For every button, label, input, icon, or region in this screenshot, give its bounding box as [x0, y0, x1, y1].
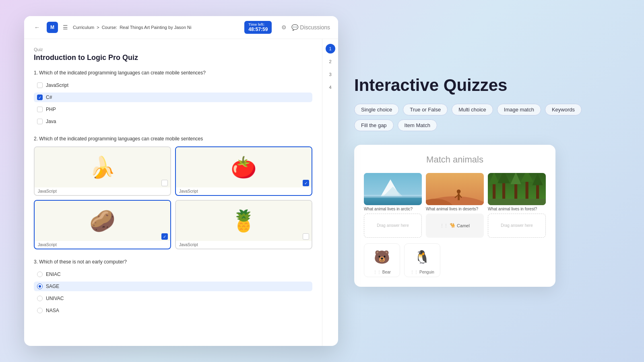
checkbox-php[interactable] — [37, 107, 43, 112]
quiz-panel: ← M ☰ Curriculum > Course: Real Things A… — [24, 16, 338, 346]
animal-col-forest: What animal lives in forest? Drag answer… — [488, 173, 546, 238]
penguin-emoji: 🐧 — [414, 249, 430, 265]
header-icons: ⚙ 💬 Discussions — [281, 24, 330, 31]
option-javascript[interactable]: JavaScript — [34, 80, 312, 90]
banana-icon: 🍌 — [89, 155, 116, 180]
tags-section: Single choice True or False Multi choice… — [354, 104, 620, 131]
check-banana[interactable] — [161, 180, 168, 186]
breadcrumb-curriculum[interactable]: Curriculum — [73, 25, 94, 30]
potato-label: JavaScript — [35, 241, 170, 249]
radio-eniac[interactable]: ENIAC — [34, 269, 312, 279]
quiz-content: Quiz Introduction to Logic Pro Quiz 1. W… — [24, 39, 338, 346]
quiz-sidebar: 1 2 3 4 — [322, 39, 338, 346]
tag-fill-gap[interactable]: Fill the gap — [354, 119, 394, 131]
drag-handle: ⋮⋮ — [440, 223, 448, 228]
camel-answer[interactable]: ⋮⋮ 🐪 Camel — [437, 221, 473, 230]
svg-rect-4 — [364, 195, 422, 197]
sidebar-q2[interactable]: 2 — [326, 57, 335, 66]
check-potato[interactable]: ✓ — [161, 233, 168, 240]
checkbox-javascript[interactable] — [37, 82, 43, 88]
penguin-card[interactable]: 🐧 ⋮⋮ Penguin — [404, 243, 440, 277]
match-panel: Match animals — [354, 145, 555, 287]
radio-sage-input[interactable] — [37, 284, 43, 289]
svg-point-8 — [457, 189, 461, 193]
question-3-text: 3. Which of these is not an early comput… — [34, 259, 312, 265]
radio-univac[interactable]: UNIVAC — [34, 294, 312, 303]
question-2-text: 2. Which of the indicated programming la… — [34, 136, 312, 142]
svg-rect-23 — [488, 199, 546, 205]
quiz-header: ← M ☰ Curriculum > Course: Real Things A… — [24, 16, 338, 39]
sidebar-q4[interactable]: 4 — [326, 82, 335, 92]
check-pineapple[interactable] — [303, 233, 309, 240]
question-3: 3. Which of these is not an early comput… — [34, 259, 312, 315]
radio-univac-input[interactable] — [37, 296, 43, 301]
question-1: 1. Which of the indicated programming la… — [34, 70, 312, 126]
option-csharp[interactable]: ✓ C# — [34, 93, 312, 102]
image-option-banana[interactable]: 🍌 JavaScript — [34, 146, 171, 196]
checkbox-csharp[interactable]: ✓ — [37, 95, 43, 100]
sidebar-q1[interactable]: 1 — [326, 44, 335, 53]
logo-icon: M — [47, 22, 58, 33]
pineapple-icon: 🍍 — [231, 209, 257, 233]
checkbox-java[interactable] — [37, 119, 43, 124]
timer-badge: Time left: 48:57:59 — [244, 21, 272, 34]
animal-col-arctic: What animal lives in arctic? Drag answer… — [364, 173, 422, 238]
discussions-link[interactable]: 💬 Discussions — [291, 24, 330, 31]
option-php[interactable]: PHP — [34, 105, 312, 114]
bear-drag-icon: ⋮⋮ — [373, 270, 381, 274]
radio-nasa[interactable]: NASA — [34, 306, 312, 315]
tag-image-match[interactable]: Image match — [497, 104, 541, 115]
radio-sage[interactable]: SAGE — [34, 282, 312, 291]
camel-emoji: 🐪 — [450, 223, 455, 228]
tomato-label: JavaScript — [176, 187, 312, 195]
radio-nasa-input[interactable] — [37, 308, 43, 313]
arctic-drop-zone[interactable]: Drag answer here — [364, 214, 422, 238]
tag-item-match[interactable]: Item Match — [398, 119, 437, 131]
forest-drop-zone[interactable]: Drag answer here — [488, 214, 546, 238]
forest-image — [488, 173, 546, 205]
image-grid: 🍌 JavaScript 🍅 ✓ JavaScript 🥔 ✓ JavaScri… — [34, 146, 312, 249]
desert-drop-zone[interactable]: ⋮⋮ 🐪 Camel — [426, 214, 484, 238]
match-title: Match animals — [364, 154, 546, 165]
timer-label: Time left: — [248, 23, 268, 27]
answer-items-row: 🐻 ⋮⋮ Bear 🐧 ⋮⋮ Penguin — [364, 243, 546, 277]
forest-question: What animal lives in forest? — [488, 207, 546, 211]
image-option-potato[interactable]: 🥔 ✓ JavaScript — [34, 200, 171, 249]
image-option-tomato[interactable]: 🍅 ✓ JavaScript — [175, 146, 312, 196]
penguin-drag-icon: ⋮⋮ — [410, 270, 418, 274]
option-java[interactable]: Java — [34, 117, 312, 126]
svg-rect-9 — [458, 193, 460, 200]
bear-image: 🐻 — [367, 246, 397, 268]
potato-icon: 🥔 — [89, 209, 116, 233]
desert-question: What animal lives in deserts? — [426, 207, 484, 211]
heading-section: Interactive Quizzes Single choice True o… — [354, 75, 620, 135]
arctic-scene — [364, 173, 422, 205]
timer-value: 48:57:59 — [248, 27, 268, 32]
bear-label: ⋮⋮ Bear — [367, 270, 397, 274]
penguin-image: 🐧 — [407, 246, 438, 268]
breadcrumb: Curriculum > Course: Real Things Art Pai… — [73, 25, 192, 30]
check-tomato[interactable]: ✓ — [303, 180, 309, 186]
question-1-text: 1. Which of the indicated programming la… — [34, 70, 312, 76]
question-2: 2. Which of the indicated programming la… — [34, 136, 312, 249]
desert-image — [426, 173, 484, 205]
bear-card[interactable]: 🐻 ⋮⋮ Bear — [364, 243, 400, 277]
settings-icon[interactable]: ⚙ — [281, 24, 287, 31]
radio-eniac-input[interactable] — [37, 272, 43, 277]
quiz-label: Quiz — [34, 47, 312, 52]
tag-true-false[interactable]: True or False — [403, 104, 448, 115]
bear-emoji: 🐻 — [374, 249, 390, 265]
menu-icon[interactable]: ☰ — [63, 24, 68, 31]
arctic-question: What animal lives in arctic? — [364, 207, 422, 211]
tag-keywords[interactable]: Keywords — [545, 104, 582, 115]
camel-label: Camel — [457, 223, 470, 228]
back-button[interactable]: ← — [32, 23, 42, 32]
image-option-pineapple[interactable]: 🍍 JavaScript — [175, 200, 312, 249]
tag-multi-choice[interactable]: Multi choice — [452, 104, 493, 115]
breadcrumb-course: Real Things Art Painting by Jason Ni — [120, 25, 191, 30]
tag-single-choice[interactable]: Single choice — [354, 104, 399, 115]
sidebar-q3[interactable]: 3 — [326, 70, 335, 79]
quiz-title: Introduction to Logic Pro Quiz — [34, 53, 312, 62]
penguin-label: ⋮⋮ Penguin — [407, 270, 438, 274]
main-heading: Interactive Quizzes — [354, 75, 620, 95]
